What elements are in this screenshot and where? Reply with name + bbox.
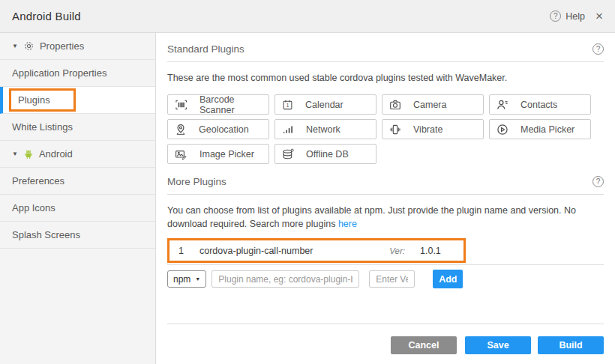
help-icon: ? — [550, 10, 561, 22]
sidebar-item-preferences[interactable]: Preferences — [0, 168, 155, 195]
source-select-value: npm — [173, 274, 190, 285]
plugin-version-input[interactable] — [369, 270, 415, 288]
sidebar-item-label: Properties — [40, 40, 84, 52]
section-divider — [167, 61, 604, 62]
page-title: Android Build — [12, 10, 81, 22]
plugin-label: Barcode Scanner — [200, 94, 268, 115]
standard-plugins-grid: Barcode Scanner1CalendarCameraContactsGe… — [167, 94, 604, 164]
footer-actions: Cancel Save Build — [391, 336, 604, 354]
plugin-button-contacts[interactable]: Contacts — [489, 94, 591, 115]
more-plugins-header: More Plugins ? — [167, 176, 604, 187]
section-help-icon[interactable]: ? — [592, 176, 604, 187]
plugin-button-media-picker[interactable]: Media Picker — [489, 119, 591, 139]
add-plugin-form: npm ▼ Add — [167, 270, 604, 288]
annotation-highlight: Plugins — [9, 88, 76, 112]
dialog-body: ▼PropertiesApplication PropertiesPlugins… — [0, 33, 615, 364]
chevron-down-icon: ▼ — [195, 276, 200, 282]
plugin-button-barcode-scanner[interactable]: Barcode Scanner — [167, 94, 269, 115]
contacts-icon — [496, 99, 508, 111]
plugin-label: Network — [306, 124, 340, 135]
section-help-icon[interactable]: ? — [592, 43, 604, 55]
plugin-name-input[interactable] — [212, 270, 359, 288]
plugin-label: Image Picker — [200, 149, 254, 160]
chevron-down-icon: ▼ — [12, 43, 18, 49]
sidebar-item-application-properties[interactable]: Application Properties — [0, 60, 155, 87]
standard-plugins-header: Standard Plugins ? — [167, 43, 604, 55]
plugin-label: Geolocation — [199, 124, 249, 135]
plugin-label: Offline DB — [306, 149, 349, 160]
sidebar-item-plugins[interactable]: Plugins — [0, 87, 155, 114]
sidebar-item-label: Preferences — [12, 175, 64, 186]
svg-text:1: 1 — [286, 103, 290, 108]
sidebar-item-label: Plugins — [18, 94, 50, 106]
image-picker-icon — [175, 148, 188, 160]
sidebar-item-properties[interactable]: ▼Properties — [0, 33, 155, 60]
offline-db-icon — [282, 148, 294, 160]
added-plugins-list: 1cordova-plugin-call-numberVer:1.0.1 — [167, 238, 466, 263]
camera-icon — [389, 99, 401, 111]
search-plugins-link[interactable]: here — [338, 219, 357, 229]
media-picker-icon — [496, 124, 508, 136]
sidebar-item-label: Android — [39, 148, 73, 160]
help-label: Help — [566, 11, 585, 22]
sidebar-item-label: App Icons — [12, 202, 56, 213]
sidebar-item-label: White Listings — [12, 121, 73, 133]
sidebar-item-label: Splash Screens — [12, 229, 80, 240]
sidebar-item-white-listings[interactable]: White Listings — [0, 114, 155, 141]
plugin-label: Camera — [413, 100, 446, 110]
help-button[interactable]: ? Help — [550, 10, 585, 22]
plugin-button-calendar[interactable]: 1Calendar — [274, 94, 376, 115]
footer-divider — [167, 324, 604, 324]
geolocation-icon — [175, 124, 187, 136]
annotation-highlight: 1cordova-plugin-call-numberVer:1.0.1 — [167, 238, 466, 263]
plugin-button-geolocation[interactable]: Geolocation — [167, 119, 269, 139]
row-divider — [167, 264, 604, 265]
standard-plugins-description: These are the most common used stable co… — [167, 71, 604, 85]
barcode-scanner-icon — [175, 99, 188, 111]
plugin-button-image-picker[interactable]: Image Picker — [167, 144, 269, 164]
vibrate-icon — [389, 124, 401, 136]
table-row: 1cordova-plugin-call-numberVer:1.0.1 — [170, 240, 464, 261]
plugin-name: cordova-plugin-call-number — [200, 246, 389, 256]
sidebar-item-splash-screens[interactable]: Splash Screens — [0, 222, 155, 249]
add-plugin-button[interactable]: Add — [433, 270, 463, 288]
plugin-button-network[interactable]: Network — [274, 119, 376, 139]
section-title-standard-plugins: Standard Plugins — [167, 43, 244, 55]
version-label: Ver: — [389, 246, 405, 255]
sidebar: ▼PropertiesApplication PropertiesPlugins… — [0, 33, 156, 364]
plugin-button-offline-db[interactable]: Offline DB — [274, 144, 376, 164]
sidebar-item-android[interactable]: ▼Android — [0, 141, 155, 168]
build-button[interactable]: Build — [538, 336, 604, 354]
section-divider — [167, 194, 604, 195]
close-icon[interactable]: × — [596, 10, 603, 22]
row-index: 1 — [170, 246, 200, 256]
source-select[interactable]: npm ▼ — [167, 270, 206, 288]
cancel-button[interactable]: Cancel — [391, 336, 457, 354]
description-text: You can choose from list of plugins avai… — [167, 205, 576, 229]
sidebar-item-label: Application Properties — [12, 67, 106, 79]
sidebar-item-app-icons[interactable]: App Icons — [0, 195, 155, 222]
plugin-button-vibrate[interactable]: Vibrate — [382, 119, 484, 139]
main-panel: Standard Plugins ? These are the most co… — [156, 33, 615, 364]
header-actions: ? Help × — [550, 10, 603, 22]
android-icon — [23, 149, 34, 160]
plugin-label: Calendar — [305, 100, 344, 110]
calendar-icon: 1 — [282, 99, 293, 111]
plugin-label: Media Picker — [520, 124, 574, 135]
more-plugins-description: You can choose from list of plugins avai… — [167, 204, 604, 231]
plugin-label: Contacts — [520, 100, 557, 110]
plugin-button-camera[interactable]: Camera — [382, 94, 484, 115]
network-icon — [282, 124, 294, 136]
chevron-down-icon: ▼ — [12, 151, 18, 157]
plugin-label: Vibrate — [413, 124, 442, 135]
plugin-version: 1.0.1 — [420, 246, 464, 256]
dialog-header: Android Build ? Help × — [0, 0, 615, 33]
save-button[interactable]: Save — [465, 336, 531, 354]
gear-icon — [23, 40, 34, 52]
section-title-more-plugins: More Plugins — [167, 176, 226, 187]
android-build-dialog: Android Build ? Help × ▼PropertiesApplic… — [0, 0, 615, 364]
